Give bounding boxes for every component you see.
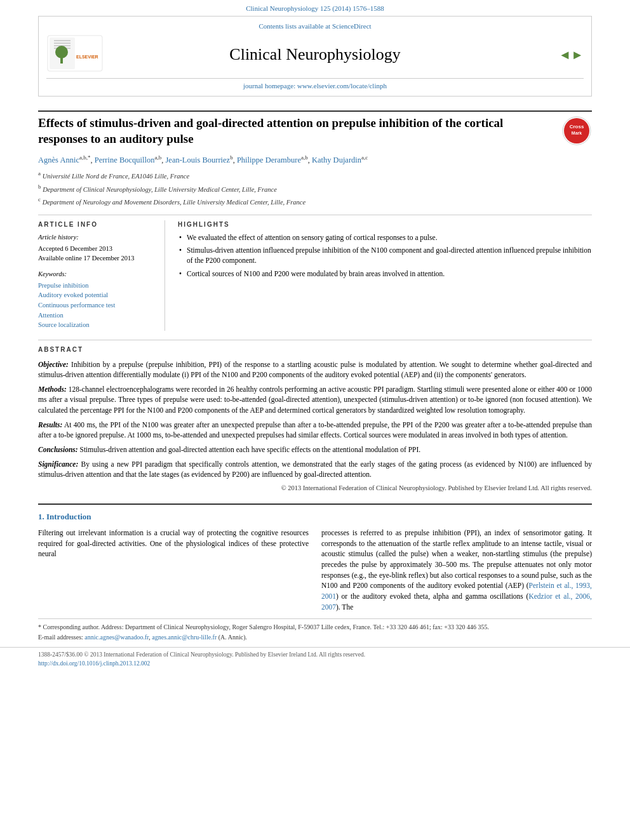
introduction-section: 1. Introduction Filtering out irrelevant… [38,503,592,613]
journal-title: Clinical Neurophysiology [104,43,526,66]
issn-line: 1388-2457/$36.00 © 2013 International Fe… [38,651,592,659]
journal-reference: Clinical Neurophysiology 125 (2014) 1576… [0,0,630,16]
section-rule-1 [38,215,592,215]
journal-title-row: ELSEVIER Clinical Neurophysiology ◄► [46,34,584,76]
svg-point-7 [55,46,68,58]
article-title: Effects of stimulus-driven and goal-dire… [38,116,592,147]
intro-heading: 1. Introduction [38,511,592,523]
svg-text:Cross: Cross [570,124,584,130]
highlights-heading: HIGHLIGHTS [178,220,592,229]
highlights-col: HIGHLIGHTS We evaluated the effect of at… [178,220,592,331]
keyword-5: Source localization [38,321,156,330]
doi-line: http://dx.doi.org/10.1016/j.clinph.2013.… [38,660,592,668]
affiliation-a: a Université Lille Nord de France, EA104… [38,170,592,181]
keyword-1: Prepulse inhibition [38,281,156,291]
affiliation-c: c Department of Neurology and Movement D… [38,196,592,207]
abstract-section: ABSTRACT Objective: Inhibition by a prep… [38,340,592,493]
email-link-1[interactable]: annic.agnes@wanadoo.fr [84,634,149,641]
highlight-2: Stimulus-driven attention influenced pre… [178,246,592,265]
ref-kedzior-link[interactable]: Kedzior et al., 2006, 2007 [321,592,592,611]
svg-text:Mark: Mark [572,131,582,135]
intro-right-col: processes is referred to as prepulse inh… [321,528,592,612]
contents-line: Contents lists available at ScienceDirec… [46,22,584,31]
objective-label: Objective: [38,361,69,368]
footnote-corresponding: * Corresponding author. Address: Departm… [38,623,592,632]
article-history: Article history: Accepted 6 December 201… [38,233,156,263]
top-rule [38,110,592,112]
abstract-para-methods: Methods: 128-channel electroencephalogra… [38,384,592,415]
history-label: Article history: [38,233,156,243]
elsevier-logo-svg: ELSEVIER [46,34,104,72]
affiliation-b: b Department of Clinical Neurophysiology… [38,183,592,194]
author-5: Kathy Dujardin [312,156,361,164]
journal-ref-text: Clinical Neurophysiology 125 (2014) 1576… [246,4,384,12]
author-1: Agnès Annic [38,156,79,164]
author-2: Perrine Bocquillon [95,156,155,164]
keywords-section: Keywords: Prepulse inhibition Auditory e… [38,270,156,330]
copyright-line: © 2013 International Federation of Clini… [38,484,592,493]
footnote-email: E-mail addresses: annic.agnes@wanadoo.fr… [38,633,592,642]
journal-header: Contents lists available at ScienceDirec… [38,16,592,97]
intro-columns: Filtering out irrelevant information is … [38,528,592,612]
article-info-heading: ARTICLE INFO [38,220,156,229]
doi-link[interactable]: http://dx.doi.org/10.1016/j.clinph.2013.… [38,660,150,667]
author-4: Philippe Derambure [237,156,301,164]
journal-arrows: ◄► [526,46,584,63]
highlight-3: Cortical sources of N100 and P200 were m… [178,269,592,279]
abstract-para-significance: Significance: By using a new PPI paradig… [38,459,592,479]
crossmark-badge[interactable]: Cross Mark [561,116,592,146]
homepage-line: journal homepage: www.elsevier.com/locat… [46,78,584,91]
elsevier-logo: ELSEVIER [46,34,104,76]
highlight-1: We evaluated the effect of attention on … [178,233,592,243]
abstract-para-objective: Objective: Inhibition by a prepulse (pre… [38,359,592,380]
bottom-bar: 1388-2457/$36.00 © 2013 International Fe… [0,647,630,671]
sciencedirect-link[interactable]: ScienceDirect [332,22,372,30]
highlights-list: We evaluated the effect of attention on … [178,233,592,279]
affiliations: a Université Lille Nord de France, EA104… [38,170,592,207]
methods-label: Methods: [38,385,67,393]
footnotes: * Corresponding author. Address: Departm… [38,618,592,642]
conclusions-label: Conclusions: [38,446,78,453]
svg-text:ELSEVIER: ELSEVIER [76,55,98,59]
keyword-2: Auditory evoked potential [38,291,156,300]
article-info-highlights: ARTICLE INFO Article history: Accepted 6… [38,220,592,331]
abstract-para-results: Results: At 400 ms, the PPI of the N100 … [38,420,592,440]
abstract-heading: ABSTRACT [38,345,592,354]
article-info-col: ARTICLE INFO Article history: Accepted 6… [38,220,165,331]
accepted-date: Accepted 6 December 2013 [38,244,156,254]
online-date: Available online 17 December 2013 [38,254,156,263]
email-link-2[interactable]: agnes.annic@chru-lille.fr [152,634,217,641]
main-content: Effects of stimulus-driven and goal-dire… [0,97,630,642]
results-label: Results: [38,421,62,429]
author-3: Jean-Louis Bourriez [165,156,230,164]
homepage-url[interactable]: www.elsevier.com/locate/clinph [297,82,387,90]
intro-left-col: Filtering out irrelevant information is … [38,528,309,612]
significance-label: Significance: [38,460,78,468]
keyword-3: Continuous performance test [38,301,156,310]
keyword-4: Attention [38,311,156,321]
keywords-label: Keywords: [38,270,156,279]
abstract-para-conclusions: Conclusions: Stimulus-driven attention a… [38,444,592,455]
authors-line: Agnès Annica,b,*, Perrine Bocquillona,b,… [38,154,592,166]
